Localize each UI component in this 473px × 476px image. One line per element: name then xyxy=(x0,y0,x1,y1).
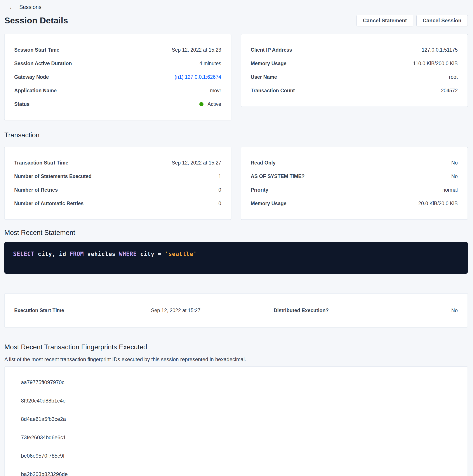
row-label: Client IP Address xyxy=(251,47,292,53)
transaction-count-row: Transaction Count 204572 xyxy=(251,84,458,97)
transaction-memory-usage-row: Memory Usage 20.0 KiB/20.0 KiB xyxy=(251,197,458,210)
fingerprint-item: aa79775ff097970c xyxy=(21,373,458,391)
row-label: Transaction Count xyxy=(251,88,295,94)
row-value: 20.0 KiB/20.0 KiB xyxy=(418,201,458,206)
sql-statement-box: SELECT city, id FROM vehicles WHERE city… xyxy=(4,242,468,274)
priority-row: Priority normal xyxy=(251,183,458,197)
execution-start-time-value: Sep 12, 2022 at 15:27 xyxy=(147,307,200,313)
row-label: Transaction Start Time xyxy=(14,160,68,166)
sql-keyword: WHERE xyxy=(119,251,137,257)
statement-section-heading: Most Recent Statement xyxy=(4,229,468,237)
fingerprint-item: be06e9570f785c9f xyxy=(21,447,458,465)
row-label: AS OF SYSTEM TIME? xyxy=(251,173,305,179)
transaction-cards: Transaction Start Time Sep 12, 2022 at 1… xyxy=(4,147,468,220)
row-label: Session Start Time xyxy=(14,47,59,53)
fingerprint-item: 8d4ae61a5fb3ce2a xyxy=(21,410,458,428)
row-label: Session Active Duration xyxy=(14,61,72,67)
page-title: Session Details xyxy=(4,16,68,25)
session-details-page: ← Sessions Session Details Cancel Statem… xyxy=(0,0,473,476)
cancel-session-button[interactable]: Cancel Session xyxy=(416,15,468,26)
row-value: 204572 xyxy=(441,88,458,94)
distributed-execution-label: Distributed Execution? xyxy=(274,307,371,313)
cancel-statement-button[interactable]: Cancel Statement xyxy=(357,15,413,26)
sql-text: vehicles xyxy=(84,251,119,257)
automatic-retries-row: Number of Automatic Retries 0 xyxy=(14,197,221,210)
fingerprint-item: ba2b203b823296de xyxy=(21,465,458,476)
user-name-row: User Name root xyxy=(251,70,458,84)
gateway-node-link[interactable]: (n1) 127.0.0.1:62674 xyxy=(174,74,221,80)
row-value: normal xyxy=(442,187,458,193)
status-row: Status Active xyxy=(14,97,221,111)
row-label: Gateway Node xyxy=(14,74,49,80)
row-value: No xyxy=(451,160,458,166)
row-value: movr xyxy=(210,88,221,94)
read-only-row: Read Only No xyxy=(251,156,458,170)
active-status-dot-icon xyxy=(199,102,203,106)
row-label: Read Only xyxy=(251,160,276,166)
row-value: 110.0 KiB/200.0 KiB xyxy=(413,61,458,67)
row-value: Sep 12, 2022 at 15:27 xyxy=(172,160,221,166)
client-ip-row: Client IP Address 127.0.0.1:51175 xyxy=(251,43,458,57)
row-label: Memory Usage xyxy=(251,61,287,67)
fingerprint-item: 8f920c40d88b1c4e xyxy=(21,391,458,410)
sql-keyword: SELECT xyxy=(13,251,34,257)
retries-row: Number of Retries 0 xyxy=(14,183,221,197)
row-value: Sep 12, 2022 at 15:23 xyxy=(172,47,221,53)
application-name-row: Application Name movr xyxy=(14,84,221,97)
as-of-system-time-row: AS OF SYSTEM TIME? No xyxy=(251,170,458,183)
sql-keyword: FROM xyxy=(69,251,84,257)
back-arrow-icon[interactable]: ← xyxy=(9,4,15,10)
transaction-properties-card: Read Only No AS OF SYSTEM TIME? No Prior… xyxy=(241,147,468,220)
sql-string-literal: 'seattle' xyxy=(165,251,197,257)
execution-start-time-label: Execution Start Time xyxy=(14,307,147,313)
status-badge: Active xyxy=(199,101,221,107)
row-value: 127.0.0.1:51175 xyxy=(422,47,458,53)
row-value: root xyxy=(449,74,458,80)
row-value: No xyxy=(451,173,458,179)
transaction-detail-card: Transaction Start Time Sep 12, 2022 at 1… xyxy=(4,147,231,220)
row-label: Number of Retries xyxy=(14,187,58,193)
transaction-start-time-row: Transaction Start Time Sep 12, 2022 at 1… xyxy=(14,156,221,170)
session-start-time-row: Session Start Time Sep 12, 2022 at 15:23 xyxy=(14,43,221,57)
sql-text: city, id xyxy=(34,251,70,257)
row-label: Number of Statements Executed xyxy=(14,173,92,179)
fingerprints-card: aa79775ff097970c 8f920c40d88b1c4e 8d4ae6… xyxy=(4,366,468,476)
session-summary-card: Session Start Time Sep 12, 2022 at 15:23… xyxy=(4,34,231,120)
transaction-section-heading: Transaction xyxy=(4,131,468,139)
row-label: Number of Automatic Retries xyxy=(14,201,83,206)
memory-usage-row: Memory Usage 110.0 KiB/200.0 KiB xyxy=(251,57,458,70)
row-label: Status xyxy=(14,101,30,107)
summary-cards: Session Start Time Sep 12, 2022 at 15:23… xyxy=(4,34,468,120)
status-text: Active xyxy=(207,101,221,107)
statements-executed-row: Number of Statements Executed 1 xyxy=(14,170,221,183)
row-label: Application Name xyxy=(14,88,57,94)
execution-card: Execution Start Time Sep 12, 2022 at 15:… xyxy=(4,293,468,327)
fingerprints-section-heading: Most Recent Transaction Fingerprints Exe… xyxy=(4,343,468,351)
sql-text: city = xyxy=(137,251,165,257)
breadcrumb-sessions-link[interactable]: Sessions xyxy=(19,4,41,10)
header-actions: Cancel Statement Cancel Session xyxy=(357,15,468,26)
client-summary-card: Client IP Address 127.0.0.1:51175 Memory… xyxy=(241,34,468,107)
row-value: 4 minutes xyxy=(199,61,221,67)
row-value: 0 xyxy=(218,187,221,193)
breadcrumb[interactable]: ← Sessions xyxy=(4,3,468,11)
row-label: User Name xyxy=(251,74,277,80)
fingerprints-description: A list of the most recent transaction fi… xyxy=(4,356,468,362)
row-label: Priority xyxy=(251,187,268,193)
row-value: 0 xyxy=(218,201,221,206)
fingerprint-item: 73fe26034bd6e6c1 xyxy=(21,428,458,447)
session-active-duration-row: Session Active Duration 4 minutes xyxy=(14,57,221,70)
page-header: Session Details Cancel Statement Cancel … xyxy=(4,15,468,26)
row-label: Memory Usage xyxy=(251,201,287,206)
gateway-node-row: Gateway Node (n1) 127.0.0.1:62674 xyxy=(14,70,221,84)
row-value: 1 xyxy=(218,173,221,179)
distributed-execution-value: No xyxy=(371,307,458,313)
